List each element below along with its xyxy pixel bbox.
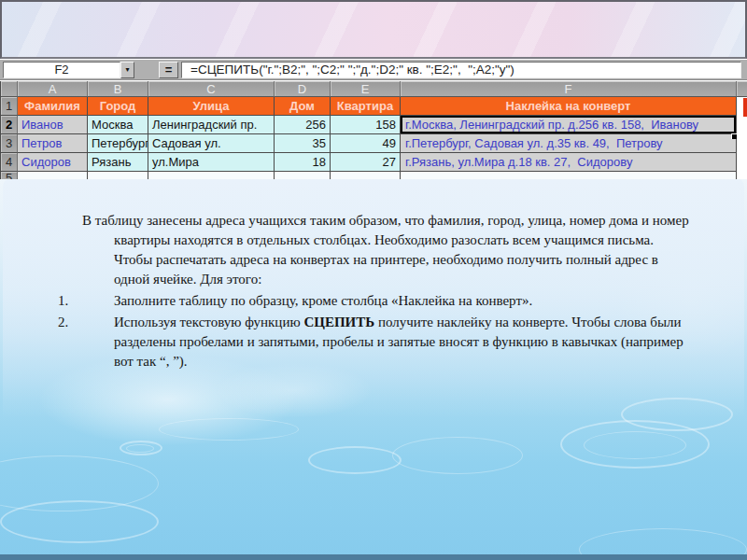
cell-street[interactable]: ул.Мира [148, 153, 275, 172]
list-item: 2. Используя текстовую функцию СЦЕПИТЬ п… [58, 313, 702, 371]
cell-city[interactable]: Петербург [88, 134, 148, 153]
header-street[interactable]: Улица [148, 97, 275, 116]
column-header-row: A B C D E F [1, 81, 747, 97]
cell-envelope-label[interactable]: г.Рязань, ул.Мира д.18 кв. 27, Сидорову [401, 153, 737, 172]
task-intro: В таблицу занесены адреса учащихся таким… [114, 211, 693, 289]
cell-surname[interactable]: Петров [18, 134, 88, 153]
cell-street[interactable]: Ленинградский пр. [148, 116, 275, 134]
empty-cell[interactable] [88, 172, 148, 179]
water-ripple [159, 418, 299, 441]
row-filler [737, 134, 747, 153]
header-flat[interactable]: Квартира [331, 97, 401, 116]
column-header-a[interactable]: A [18, 81, 88, 97]
column-header-f[interactable]: F [401, 81, 737, 97]
table-row: 2 Иванов Москва Ленинградский пр. 256 15… [1, 116, 747, 134]
column-header-filler [737, 81, 747, 97]
cell-flat[interactable]: 49 [331, 134, 401, 153]
right-edge-marker [743, 98, 747, 117]
cell-city[interactable]: Москва [88, 116, 148, 134]
row-header-1[interactable]: 1 [1, 97, 18, 116]
empty-cell[interactable] [331, 172, 401, 179]
slide: Задание 4 F2 ▾ = =СЦЕПИТЬ("г.";B2;", ";C… [0, 0, 747, 560]
list-item-text: Используя текстовую функцию СЦЕПИТЬ полу… [114, 313, 693, 371]
cell-city[interactable]: Рязань [88, 153, 148, 172]
header-envelope-label[interactable]: Наклейка на конверт [401, 97, 737, 116]
list-item: 1. Заполните таблицу по образцу, кроме с… [58, 291, 702, 311]
cell-envelope-label-selected[interactable]: г.Москва, Ленинградский пр. д.256 кв. 15… [401, 116, 737, 134]
header-surname[interactable]: Фамилия [18, 97, 88, 116]
formula-bar: F2 ▾ = =СЦЕПИТЬ("г.";B2;", ";C2;" ";"д."… [0, 60, 747, 80]
cell-house[interactable]: 18 [275, 153, 331, 172]
table-row: 4 Сидоров Рязань ул.Мира 18 27 г.Рязань,… [1, 153, 747, 172]
title-banner [0, 0, 747, 59]
empty-cell[interactable] [18, 172, 88, 179]
cell-flat[interactable]: 158 [331, 116, 401, 134]
cell-street[interactable]: Садовая ул. [148, 134, 275, 153]
cell-house[interactable]: 256 [275, 116, 331, 134]
water-ripple [126, 444, 154, 453]
column-header-e[interactable]: E [331, 81, 401, 97]
list-item-text-bold: СЦЕПИТЬ [303, 315, 374, 329]
task-text: В таблицу занесены адреса учащихся таким… [0, 211, 747, 371]
equals-button[interactable]: = [159, 62, 178, 78]
cell-surname[interactable]: Сидоров [18, 153, 88, 172]
table-row: 3 Петров Петербург Садовая ул. 35 49 г.П… [1, 134, 747, 153]
selection-fill-handle[interactable] [731, 133, 737, 139]
column-header-c[interactable]: C [148, 81, 275, 97]
list-item-text: Заполните таблицу по образцу, кроме стол… [114, 291, 693, 311]
row-header-3[interactable]: 3 [1, 134, 18, 153]
row-filler [737, 172, 747, 179]
empty-cell[interactable] [401, 172, 737, 179]
select-all-corner[interactable] [1, 81, 18, 97]
slide-bottom-edge [0, 554, 747, 560]
cell-surname[interactable]: Иванов [18, 116, 88, 134]
spreadsheet: A B C D E F 1 Фамилия Город Улица Дом Кв… [0, 81, 747, 179]
column-header-b[interactable]: B [88, 81, 148, 97]
cell-envelope-label[interactable]: г.Петербург, Садовая ул. д.35 кв. 49, Пе… [401, 134, 737, 153]
row-filler [737, 116, 747, 134]
cell-reference-box[interactable]: F2 [3, 62, 120, 78]
empty-cell[interactable] [148, 172, 275, 179]
row-filler [737, 153, 747, 172]
table-row-partial: 5 [1, 172, 747, 179]
list-number: 1. [58, 291, 114, 311]
row-header-2[interactable]: 2 [1, 116, 18, 134]
header-city[interactable]: Город [88, 97, 148, 116]
list-item-text-pre: Заполните таблицу по образцу, кроме стол… [114, 293, 532, 308]
banner-texture [2, 2, 745, 57]
cell-flat[interactable]: 27 [331, 153, 401, 172]
column-header-d[interactable]: D [275, 81, 331, 97]
formula-input[interactable]: =СЦЕПИТЬ("г.";B2;", ";C2;" ";"д.";D2;" к… [181, 62, 741, 78]
cell-house[interactable]: 35 [275, 134, 331, 153]
row-header-4[interactable]: 4 [1, 153, 18, 172]
list-item-text-pre: Используя текстовую функцию [114, 315, 303, 329]
empty-cell[interactable] [275, 172, 331, 179]
table-row-1-headers: 1 Фамилия Город Улица Дом Квартира Накле… [1, 97, 747, 116]
water-ripple [584, 431, 686, 459]
header-house[interactable]: Дом [275, 97, 331, 116]
water-ripple [0, 500, 159, 543]
water-ripple [308, 446, 402, 474]
water-ripple [392, 437, 523, 474]
chevron-down-icon[interactable]: ▾ [120, 62, 134, 78]
list-number: 2. [58, 313, 114, 371]
row-header-5[interactable]: 5 [1, 172, 18, 179]
